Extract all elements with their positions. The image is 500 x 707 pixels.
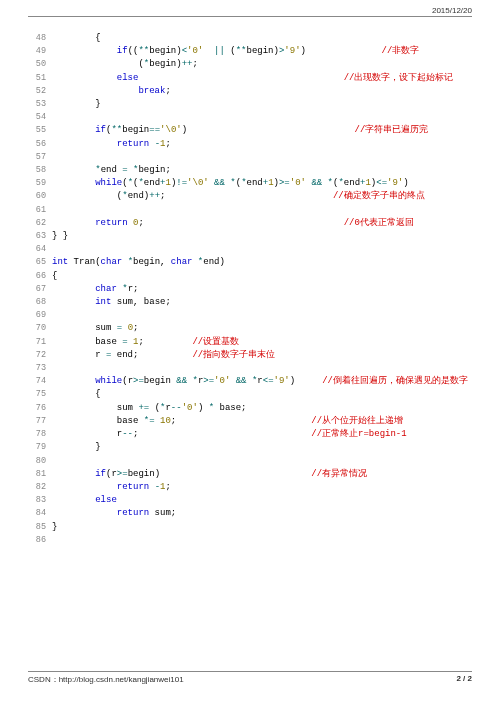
line-number: 56 xyxy=(28,138,46,151)
code-line: 58 *end = *begin; xyxy=(28,164,472,177)
line-content: break; xyxy=(52,85,171,98)
line-content: while(r>=begin && *r>='0' && *r<='9') //… xyxy=(52,375,468,388)
line-content: int Tran(char *begin, char *end) xyxy=(52,256,225,269)
line-number: 78 xyxy=(28,428,46,441)
line-content: } xyxy=(52,521,57,534)
line-content: { xyxy=(52,388,101,401)
code-line: 54 xyxy=(28,111,472,124)
code-line: 80 xyxy=(28,455,472,468)
line-content: } } xyxy=(52,230,68,243)
line-number: 70 xyxy=(28,322,46,335)
line-number: 71 xyxy=(28,336,46,349)
code-line: 70 sum = 0; xyxy=(28,322,472,335)
footer-source: CSDN：http://blog.csdn.net/kangjianwei101 xyxy=(28,674,184,685)
line-content: return sum; xyxy=(52,507,176,520)
code-line: 60 (*end)++; //确定数字子串的终点 xyxy=(28,190,472,203)
line-content: sum = 0; xyxy=(52,322,138,335)
line-content: base = 1; //设置基数 xyxy=(52,336,239,349)
line-number: 72 xyxy=(28,349,46,362)
line-number: 74 xyxy=(28,375,46,388)
code-line: 69 xyxy=(28,309,472,322)
code-line: 65int Tran(char *begin, char *end) xyxy=(28,256,472,269)
line-number: 52 xyxy=(28,85,46,98)
code-line: 53 } xyxy=(28,98,472,111)
code-line: 55 if(**begin=='\0') //字符串已遍历完 xyxy=(28,124,472,137)
code-line: 72 r = end; //指向数字子串末位 xyxy=(28,349,472,362)
line-number: 48 xyxy=(28,32,46,45)
code-line: 57 xyxy=(28,151,472,164)
line-number: 53 xyxy=(28,98,46,111)
code-line: 63} } xyxy=(28,230,472,243)
code-line: 73 xyxy=(28,362,472,375)
line-number: 81 xyxy=(28,468,46,481)
line-content: int sum, base; xyxy=(52,296,171,309)
code-line: 56 return -1; xyxy=(28,138,472,151)
header-date: 2015/12/20 xyxy=(28,6,472,17)
line-number: 69 xyxy=(28,309,46,322)
line-number: 61 xyxy=(28,204,46,217)
code-line: 61 xyxy=(28,204,472,217)
line-content: return 0; //0代表正常返回 xyxy=(52,217,414,230)
code-line: 66{ xyxy=(28,270,472,283)
line-number: 84 xyxy=(28,507,46,520)
line-number: 85 xyxy=(28,521,46,534)
line-number: 76 xyxy=(28,402,46,415)
line-number: 82 xyxy=(28,481,46,494)
line-content: } xyxy=(52,98,101,111)
line-number: 75 xyxy=(28,388,46,401)
line-number: 65 xyxy=(28,256,46,269)
code-line: 79 } xyxy=(28,441,472,454)
code-line: 78 r--; //正常终止r=begin-1 xyxy=(28,428,472,441)
line-number: 79 xyxy=(28,441,46,454)
line-number: 80 xyxy=(28,455,46,468)
line-content: else //出现数字，设下起始标记 xyxy=(52,72,453,85)
line-number: 54 xyxy=(28,111,46,124)
line-content: if((**begin)<'0' || (**begin)>'9') //非数字 xyxy=(52,45,419,58)
line-number: 59 xyxy=(28,177,46,190)
code-line: 75 { xyxy=(28,388,472,401)
line-number: 63 xyxy=(28,230,46,243)
code-line: 50 (*begin)++; xyxy=(28,58,472,71)
code-line: 64 xyxy=(28,243,472,256)
code-line: 74 while(r>=begin && *r>='0' && *r<='9')… xyxy=(28,375,472,388)
code-line: 59 while(*(*end+1)!='\0' && *(*end+1)>='… xyxy=(28,177,472,190)
line-number: 67 xyxy=(28,283,46,296)
code-line: 84 return sum; xyxy=(28,507,472,520)
line-number: 66 xyxy=(28,270,46,283)
line-content: } xyxy=(52,441,101,454)
line-number: 73 xyxy=(28,362,46,375)
line-content: r = end; //指向数字子串末位 xyxy=(52,349,275,362)
code-line: 86 xyxy=(28,534,472,547)
code-line: 67 char *r; xyxy=(28,283,472,296)
line-content: base *= 10; //从个位开始往上递增 xyxy=(52,415,403,428)
code-line: 81 if(r>=begin) //有异常情况 xyxy=(28,468,472,481)
line-content: if(**begin=='\0') //字符串已遍历完 xyxy=(52,124,428,137)
line-number: 83 xyxy=(28,494,46,507)
code-line: 71 base = 1; //设置基数 xyxy=(28,336,472,349)
code-line: 76 sum += (*r--'0') * base; xyxy=(28,402,472,415)
line-content: (*end)++; //确定数字子串的终点 xyxy=(52,190,425,203)
footer-page-number: 2 / 2 xyxy=(456,674,472,685)
code-line: 85} xyxy=(28,521,472,534)
line-number: 86 xyxy=(28,534,46,547)
line-content: sum += (*r--'0') * base; xyxy=(52,402,247,415)
line-number: 49 xyxy=(28,45,46,58)
line-content: (*begin)++; xyxy=(52,58,198,71)
line-content: return -1; xyxy=(52,138,171,151)
code-line: 83 else xyxy=(28,494,472,507)
line-content: else xyxy=(52,494,117,507)
line-number: 51 xyxy=(28,72,46,85)
line-content: *end = *begin; xyxy=(52,164,171,177)
line-content: return -1; xyxy=(52,481,171,494)
code-block: 48 {49 if((**begin)<'0' || (**begin)>'9'… xyxy=(28,32,472,547)
code-line: 82 return -1; xyxy=(28,481,472,494)
code-line: 62 return 0; //0代表正常返回 xyxy=(28,217,472,230)
code-line: 52 break; xyxy=(28,85,472,98)
code-line: 48 { xyxy=(28,32,472,45)
line-number: 60 xyxy=(28,190,46,203)
line-number: 64 xyxy=(28,243,46,256)
line-number: 68 xyxy=(28,296,46,309)
code-line: 49 if((**begin)<'0' || (**begin)>'9') //… xyxy=(28,45,472,58)
code-line: 51 else //出现数字，设下起始标记 xyxy=(28,72,472,85)
line-content: while(*(*end+1)!='\0' && *(*end+1)>='0' … xyxy=(52,177,409,190)
